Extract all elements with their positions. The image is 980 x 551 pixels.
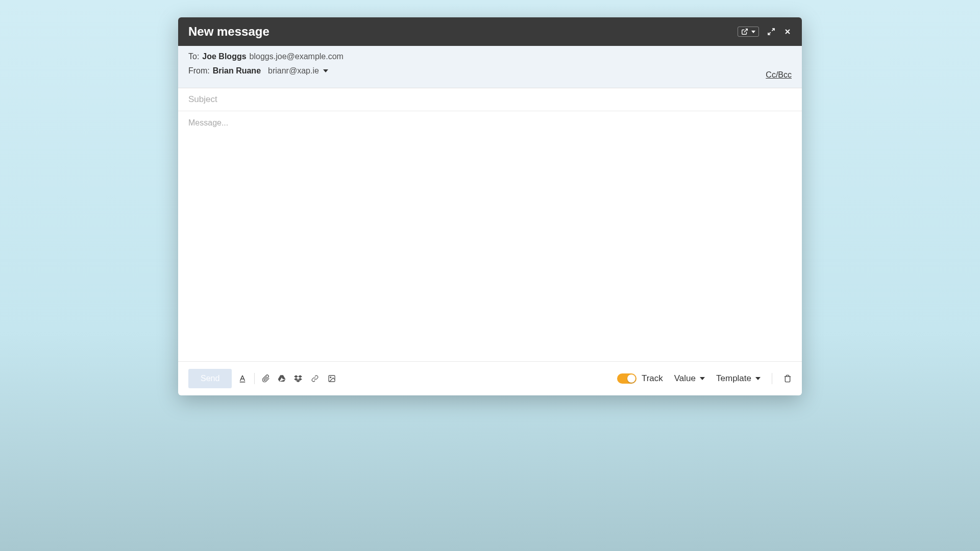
toggle-knob xyxy=(627,374,635,383)
chevron-down-icon xyxy=(323,69,328,72)
recipients-section: To: Joe Bloggs bloggs.joe@example.com Fr… xyxy=(178,46,802,88)
delete-button[interactable] xyxy=(783,374,792,383)
send-button[interactable]: Send xyxy=(188,369,232,388)
from-name: Brian Ruane xyxy=(213,66,261,76)
popout-icon xyxy=(741,28,748,35)
from-row: From: Brian Ruane brianr@xap.ie xyxy=(188,66,792,76)
from-label: From: xyxy=(188,66,210,76)
chevron-down-icon xyxy=(700,377,705,380)
from-email: brianr@xap.ie xyxy=(268,66,319,76)
track-label: Track xyxy=(642,373,663,384)
ccbcc-link[interactable]: Cc/Bcc xyxy=(766,70,792,80)
close-button[interactable] xyxy=(783,28,792,36)
toolbar-icons xyxy=(238,373,336,384)
compose-window: New message xyxy=(178,17,802,395)
track-group: Track xyxy=(617,373,663,384)
to-label: To: xyxy=(188,52,199,61)
popout-dropdown[interactable] xyxy=(738,27,759,37)
divider xyxy=(772,373,772,384)
image-button[interactable] xyxy=(327,374,336,383)
to-email: bloggs.joe@example.com xyxy=(250,52,344,61)
text-format-button[interactable] xyxy=(238,374,247,383)
to-name: Joe Bloggs xyxy=(202,52,246,61)
google-drive-button[interactable] xyxy=(277,374,286,383)
message-textarea[interactable] xyxy=(188,118,792,137)
chevron-down-icon xyxy=(751,31,755,33)
link-button[interactable] xyxy=(310,375,320,382)
divider xyxy=(254,373,255,384)
template-dropdown[interactable]: Template xyxy=(716,373,761,384)
chevron-down-icon xyxy=(755,377,761,380)
from-dropdown[interactable]: Brian Ruane brianr@xap.ie xyxy=(213,66,328,76)
header-title: New message xyxy=(188,24,270,39)
track-toggle[interactable] xyxy=(617,373,636,384)
svg-line-0 xyxy=(744,29,747,32)
header-controls xyxy=(738,27,792,37)
footer-left: Send xyxy=(188,369,336,388)
value-dropdown[interactable]: Value xyxy=(674,373,705,384)
expand-button[interactable] xyxy=(767,28,775,36)
svg-point-7 xyxy=(330,377,331,378)
subject-input[interactable] xyxy=(188,88,792,111)
template-label: Template xyxy=(716,373,751,384)
attachment-button[interactable] xyxy=(262,374,270,383)
footer-right: Track Value Template xyxy=(617,373,792,384)
subject-row xyxy=(178,88,802,111)
compose-footer: Send xyxy=(178,361,802,395)
body-area xyxy=(178,111,802,361)
compose-header: New message xyxy=(178,17,802,46)
value-label: Value xyxy=(674,373,696,384)
dropbox-button[interactable] xyxy=(293,374,303,383)
to-row[interactable]: To: Joe Bloggs bloggs.joe@example.com xyxy=(188,52,792,61)
